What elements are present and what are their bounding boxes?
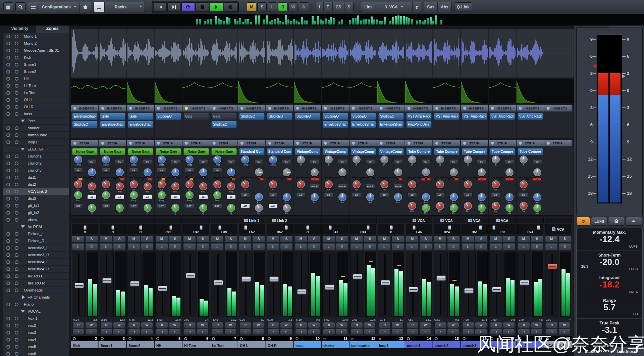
strip-knob-drv[interactable] — [436, 202, 444, 210]
visibility-dot2-icon[interactable] — [15, 274, 18, 278]
visibility-dot-icon[interactable] — [6, 140, 10, 144]
visibility-dot2-icon[interactable] — [15, 162, 18, 165]
sidebar-item-dist1[interactable]: dist1 — [3, 174, 69, 181]
read-automation-button[interactable]: R — [379, 322, 391, 328]
channel-state-icon[interactable] — [101, 337, 104, 340]
strip-header[interactable]: STRIP — [266, 140, 293, 147]
strip-header[interactable]: STRIP — [99, 140, 126, 147]
channel-state-icon[interactable] — [407, 337, 410, 340]
channel-name[interactable]: Kick — [71, 341, 99, 349]
insert-slot-1[interactable]: Gate — [100, 113, 125, 120]
strip-knob-mix[interactable] — [450, 204, 458, 212]
pan-handle[interactable] — [492, 225, 495, 230]
next-button[interactable]: ▸ — [113, 329, 125, 335]
channel-name[interactable]: crunch1 — [405, 341, 433, 349]
read-automation-button[interactable]: R — [407, 322, 419, 328]
mute-button[interactable]: M — [183, 235, 196, 242]
strip-knob-rng[interactable] — [144, 182, 152, 190]
strip-knob-out[interactable] — [533, 168, 541, 176]
write-automation-button[interactable]: W — [169, 322, 181, 328]
lufs-button[interactable]: LUFS — [591, 217, 607, 226]
waveform-cell-loop1[interactable] — [377, 29, 405, 78]
channel-name[interactable]: OH R — [266, 341, 293, 349]
next-button[interactable]: ▸ — [419, 329, 431, 335]
visibility-dot2-icon[interactable] — [15, 345, 18, 349]
insert-slot-1[interactable]: StudioEQ — [156, 113, 181, 120]
sidebar-item-shaker[interactable]: shaker — [3, 125, 69, 132]
write-automation-button[interactable]: W — [85, 322, 97, 328]
pan-handle[interactable] — [448, 225, 451, 230]
strip-button-pnch[interactable]: PNCH — [310, 184, 319, 189]
configurations-menu-button[interactable] — [28, 2, 39, 12]
strip-button-am[interactable]: AM — [268, 204, 278, 208]
fader-handle[interactable] — [74, 283, 84, 288]
envelope-cell-7[interactable] — [210, 80, 238, 103]
envelope-cell-13[interactable] — [377, 80, 405, 103]
visibility-dot-icon[interactable] — [6, 35, 10, 38]
envelope-cell-2[interactable] — [71, 80, 99, 103]
strip-header[interactable]: STRIP — [517, 140, 544, 147]
pan-control[interactable]: R42 — [183, 224, 209, 234]
waveform-cell-lo-tom[interactable] — [210, 29, 238, 78]
solo-button[interactable]: S — [475, 235, 488, 242]
visibility-dot-icon[interactable] — [6, 211, 10, 215]
strip-knob-thres[interactable] — [102, 155, 110, 164]
sidebar-item-picked-l[interactable]: Picked_L — [3, 230, 69, 237]
visibility-dot2-icon[interactable] — [15, 56, 18, 59]
sidebar-item-git-fx1[interactable]: git_fx1 — [3, 202, 69, 209]
pan-handle[interactable] — [390, 225, 393, 230]
strip-button-sc[interactable]: SC — [533, 159, 542, 164]
write-automation-button[interactable]: W — [197, 322, 209, 328]
strip-knob-att[interactable] — [325, 180, 333, 188]
strip-knob-rel[interactable] — [283, 193, 291, 201]
sidebar-item-vca-link-3[interactable]: VCA Link 3 — [3, 188, 69, 195]
strip-button-lst[interactable]: LST — [213, 204, 222, 208]
strip-knob-in[interactable] — [464, 155, 472, 164]
pan-control[interactable]: L39 — [211, 224, 237, 234]
strip-header[interactable]: STRIP — [350, 140, 377, 147]
waveform-cell-crunch1[interactable] — [405, 29, 433, 78]
strip-button-sc[interactable]: SC — [310, 159, 319, 164]
insert-slot-1[interactable]: VST Amp Rack — [406, 113, 432, 120]
strip-button-sc[interactable]: SC — [393, 159, 403, 164]
listen-button[interactable]: L — [545, 243, 558, 250]
fader-handle[interactable] — [241, 276, 251, 282]
write-automation-button[interactable]: W — [558, 322, 571, 328]
strip-knob-att[interactable] — [408, 180, 416, 188]
visibility-dot-icon[interactable] — [6, 204, 10, 208]
mute-button[interactable]: M — [294, 235, 307, 242]
visibility-dot2-icon[interactable] — [15, 70, 18, 74]
pan-handle[interactable] — [537, 225, 540, 230]
channel-name[interactable]: Snare1 — [99, 341, 126, 349]
strip-button-ar[interactable]: AR — [519, 193, 528, 197]
strip-knob-rel[interactable] — [171, 168, 179, 176]
strip-knob-rel[interactable] — [422, 193, 430, 201]
strip-knob-thres[interactable] — [74, 155, 82, 164]
visibility-dot-icon[interactable] — [6, 274, 10, 278]
strip-knob-q[interactable] — [171, 204, 179, 212]
sidebar-item-groove-agent-se-01[interactable]: Groove Agent SE 01 — [3, 47, 69, 54]
solo-button[interactable]: S — [252, 235, 265, 242]
pan-control[interactable]: L57 — [239, 224, 265, 234]
sidebar-item-acoustic4-r[interactable]: acoustic4_R — [3, 266, 69, 273]
strip-button-lst[interactable]: LST — [185, 204, 194, 208]
inserts-header[interactable]: INSERTS — [182, 105, 210, 112]
read-automation-button[interactable]: R — [72, 322, 85, 328]
read-automation-button[interactable]: R — [546, 322, 558, 328]
go-to-start-button[interactable] — [153, 2, 167, 12]
waveform-cell-oh-l[interactable] — [238, 29, 266, 78]
visibility-dot-icon[interactable] — [6, 91, 10, 95]
strip-knob-q[interactable] — [88, 204, 96, 212]
pan-control[interactable]: R24 — [434, 224, 460, 234]
visibility-dot-icon[interactable] — [6, 317, 10, 320]
strip-knob-rel[interactable] — [533, 193, 541, 201]
strip-module-button[interactable]: Noise Gate — [183, 148, 209, 155]
insert-slot-2[interactable]: PingPongDela — [406, 121, 432, 128]
write-automation-button[interactable]: W — [475, 322, 487, 328]
fader-track[interactable] — [294, 252, 309, 317]
strip-button-ar[interactable]: AR — [268, 193, 278, 197]
visibility-dot2-icon[interactable] — [15, 253, 18, 257]
strip-knob-in[interactable] — [520, 155, 528, 164]
visibility-dot2-icon[interactable] — [15, 84, 18, 88]
pan-control[interactable]: C — [127, 224, 154, 234]
